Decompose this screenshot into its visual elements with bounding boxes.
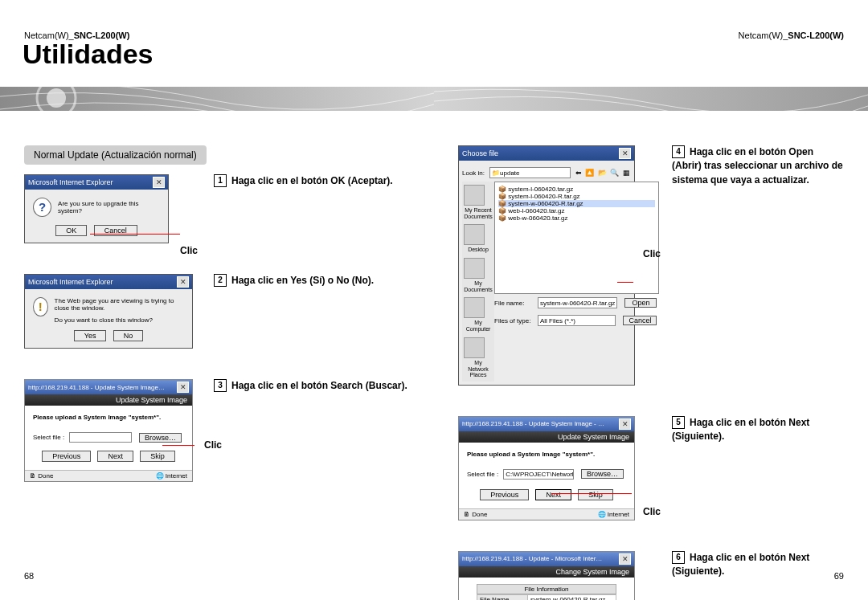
select-file-label: Select file : xyxy=(33,434,64,441)
svg-point-2 xyxy=(47,88,66,108)
status-zone: Internet xyxy=(166,472,187,480)
step-6: http://168.219.41.188 - Update - Microso… xyxy=(458,551,844,600)
step-text-3: Haga clic en el botón Search (Buscar). xyxy=(231,380,407,391)
open-button[interactable]: Open xyxy=(624,298,657,308)
upload-message: Please upload a System Image "system*". xyxy=(467,451,626,458)
dialog-title: Microsoft Internet Explorer xyxy=(28,278,113,286)
list-item: 📦 web-l-060420.tar.gz xyxy=(498,207,655,214)
mycomputer-icon[interactable] xyxy=(464,297,485,318)
callout-line xyxy=(162,445,194,446)
network-icon[interactable] xyxy=(464,337,485,358)
banner-graphic xyxy=(0,77,434,121)
dialog-line2: Do you want to close this window? xyxy=(55,316,184,324)
list-item: 📦 system-l-060420-R.tar.gz xyxy=(498,193,655,200)
browse-button[interactable]: Browse… xyxy=(581,469,624,479)
step-2: Microsoft Internet Explorer ✕ ! The Web … xyxy=(24,274,410,349)
places-bar[interactable]: My Recent Documents Desktop My Documents… xyxy=(462,182,494,382)
section-pill: Normal Update (Actualización normal) xyxy=(24,145,207,165)
step-number-4: 4 xyxy=(672,145,685,158)
file-list[interactable]: 📦 system-l-060420.tar.gz 📦 system-l-0604… xyxy=(494,182,659,294)
list-item: 📦 system-w-060420-R.tar.gz xyxy=(498,200,655,207)
dialog-message: Are you sure to upgrade this system? xyxy=(58,200,160,214)
file-name-row: File Namesystem-w-060420-R.tar.gz xyxy=(477,594,616,600)
next-button[interactable]: Next xyxy=(97,451,133,462)
ok-button[interactable]: OK xyxy=(55,225,87,236)
step-text-2: Haga clic en Yes (Sí) o No (No). xyxy=(231,275,374,286)
step-3: http://168.219.41.188 - Update System Im… xyxy=(24,379,410,482)
banner-graphic xyxy=(434,77,868,121)
dialog-update-image-1: http://168.219.41.188 - Update System Im… xyxy=(24,379,193,482)
list-item: 📦 web-w-060420.tar.gz xyxy=(498,214,655,222)
filetype-label: Files of type: xyxy=(494,317,533,324)
cancel-button[interactable]: Cancel xyxy=(623,316,657,325)
step-number-6: 6 xyxy=(672,551,685,564)
clic-label: Clic xyxy=(643,506,661,517)
file-path-input[interactable]: C:\WPROJECT\Network xyxy=(503,469,574,480)
dialog-title: Choose file xyxy=(462,149,498,157)
warning-icon: ! xyxy=(33,297,48,316)
step-1: Microsoft Internet Explorer ✕ ? Are you … xyxy=(24,174,410,243)
dialog-title: Microsoft Internet Explorer xyxy=(28,178,113,186)
dialog-choose-file: Choose file ✕ Look in: 📁 update ⬅ 🔼 📂 🔍 … xyxy=(458,145,635,386)
filetype-combo[interactable]: All Files (*.*) xyxy=(538,315,616,326)
page-number-right: 69 xyxy=(834,571,844,581)
close-icon[interactable]: ✕ xyxy=(619,553,631,565)
file-info-header: File Information xyxy=(477,584,616,594)
desktop-icon[interactable] xyxy=(464,224,485,245)
header-brand: Netcam(W)_ xyxy=(739,31,788,40)
chapter-title: Utilidades xyxy=(23,39,153,70)
step-text-5: Haga clic en el botón Next (Siguiente). xyxy=(672,417,809,442)
list-item: 📦 system-l-060420.tar.gz xyxy=(498,186,655,193)
step-5: http://168.219.41.188 - Update System Im… xyxy=(458,416,844,520)
status-done: Done xyxy=(472,511,487,518)
chapter-banner: Utilidades xyxy=(24,45,410,125)
previous-button[interactable]: Previous xyxy=(42,451,91,462)
step-text-6: Haga clic en el botón Next (Siguiente). xyxy=(672,552,809,577)
clic-label: Clic xyxy=(180,245,198,256)
step-number-1: 1 xyxy=(214,174,227,187)
status-done: Done xyxy=(38,472,53,480)
dialog-title: http://168.219.41.188 - Update System Im… xyxy=(462,420,605,427)
lookin-label: Look in: xyxy=(462,169,485,177)
step-number-2: 2 xyxy=(214,274,227,287)
step-4: Choose file ✕ Look in: 📁 update ⬅ 🔼 📂 🔍 … xyxy=(458,145,844,386)
yes-button[interactable]: Yes xyxy=(74,330,107,341)
lookin-combo[interactable]: 📁 update xyxy=(489,167,571,178)
dialog-change-image: http://168.219.41.188 - Update - Microso… xyxy=(458,551,635,600)
previous-button[interactable]: Previous xyxy=(480,489,529,500)
panel-caption: Change System Image xyxy=(459,566,634,578)
filename-label: File name: xyxy=(494,300,533,307)
clic-label: Clic xyxy=(643,248,661,259)
mydocs-icon[interactable] xyxy=(464,258,485,279)
step-text-4: Haga clic en el botón Open (Abrir) tras … xyxy=(672,146,843,186)
close-icon[interactable]: ✕ xyxy=(619,418,631,430)
recent-icon[interactable] xyxy=(464,185,485,206)
nav-icons[interactable]: ⬅ 🔼 📂 🔍 ▦ xyxy=(575,169,631,177)
filename-input[interactable]: system-w-060420-R.tar.gz xyxy=(538,297,617,308)
skip-button[interactable]: Skip xyxy=(140,451,175,462)
dialog-title: http://168.219.41.188 - Update - Microso… xyxy=(462,555,605,562)
dialog-line1: The Web page you are viewing is trying t… xyxy=(55,297,184,312)
svg-rect-3 xyxy=(434,87,868,111)
question-icon: ? xyxy=(33,198,51,217)
panel-caption: Update System Image xyxy=(459,431,634,443)
step-text-1: Haga clic en el botón OK (Aceptar). xyxy=(231,175,393,186)
close-icon[interactable]: ✕ xyxy=(153,177,165,188)
skip-button[interactable]: Skip xyxy=(578,489,613,500)
browse-button[interactable]: Browse… xyxy=(139,433,182,443)
dialog-update-image-2: http://168.219.41.188 - Update System Im… xyxy=(458,416,635,520)
file-path-input[interactable] xyxy=(69,432,132,443)
callout-line xyxy=(90,234,180,235)
no-button[interactable]: No xyxy=(113,330,144,341)
close-icon[interactable]: ✕ xyxy=(177,382,189,393)
close-icon[interactable]: ✕ xyxy=(177,276,189,288)
close-icon[interactable]: ✕ xyxy=(619,148,631,159)
next-button[interactable]: Next xyxy=(535,489,571,500)
step-number-3: 3 xyxy=(214,379,227,392)
callout-line xyxy=(617,282,633,283)
dialog-title: http://168.219.41.188 - Update System Im… xyxy=(28,384,165,391)
dialog-close-window: Microsoft Internet Explorer ✕ ! The Web … xyxy=(24,274,193,349)
status-zone: Internet xyxy=(608,511,629,518)
callout-line xyxy=(551,493,632,494)
chapter-banner-continuation xyxy=(458,45,844,125)
